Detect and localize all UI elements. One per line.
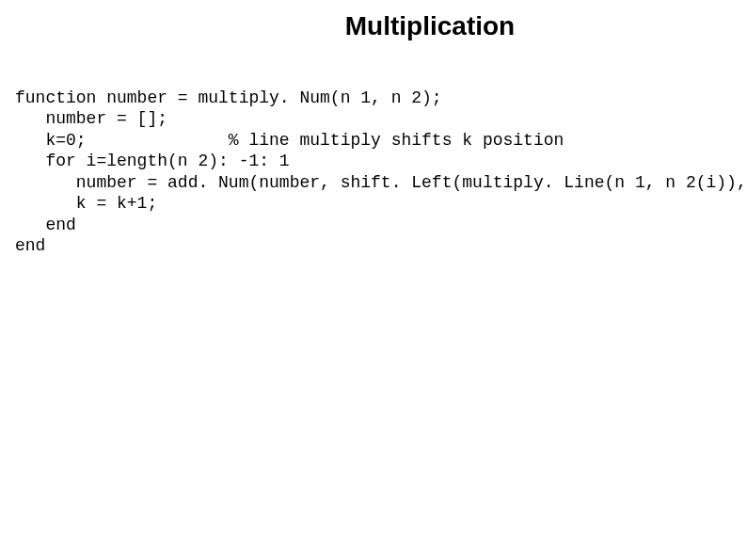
code-line: end xyxy=(15,236,45,255)
page-title: Multiplication xyxy=(0,0,747,41)
code-line: number = add. Num(number, shift. Left(mu… xyxy=(15,173,747,192)
code-line: number = []; xyxy=(15,109,167,128)
code-block: function number = multiply. Num(n 1, n 2… xyxy=(0,41,747,257)
code-line: k = k+1; xyxy=(15,194,157,213)
code-line: for i=length(n 2): -1: 1 xyxy=(15,152,290,170)
slide: Multiplication function number = multipl… xyxy=(0,0,747,560)
code-line: function number = multiply. Num(n 1, n 2… xyxy=(15,88,442,107)
code-line: end xyxy=(15,216,76,234)
code-line: k=0; % line multiply shifts k position xyxy=(15,131,564,150)
